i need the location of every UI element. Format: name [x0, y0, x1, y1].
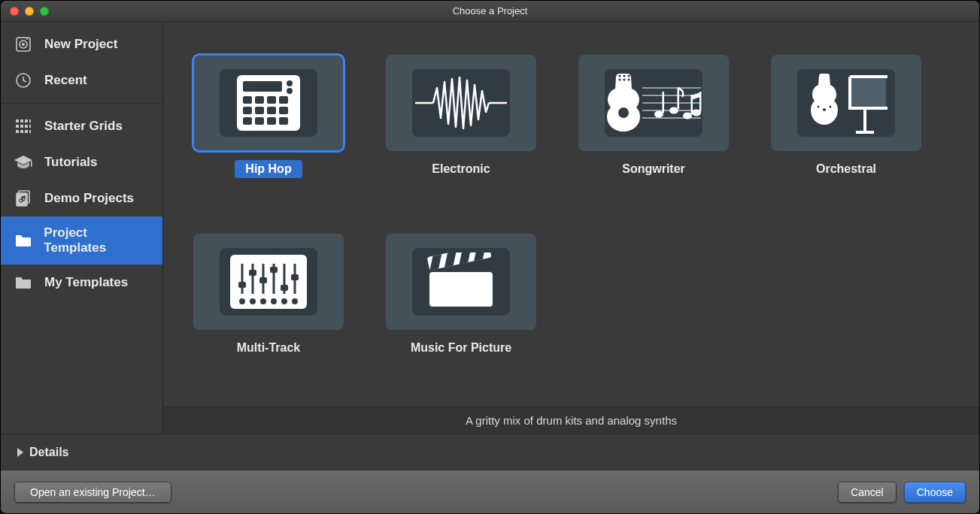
svg-rect-77	[291, 274, 299, 280]
sidebar-item-tutorials[interactable]: Tutorials	[1, 144, 162, 180]
template-description: A gritty mix of drum kits and analog syn…	[163, 407, 979, 434]
documents-music-icon	[13, 189, 34, 207]
svg-rect-5	[16, 119, 19, 122]
svg-rect-26	[267, 96, 276, 104]
svg-rect-44	[678, 88, 680, 109]
svg-rect-34	[267, 117, 276, 125]
svg-point-58	[830, 106, 832, 108]
template-songwriter[interactable]: Songwriter	[578, 55, 729, 213]
svg-point-56	[823, 108, 826, 111]
folder-icon	[13, 231, 33, 249]
svg-point-55	[627, 78, 630, 80]
svg-point-49	[618, 107, 629, 118]
svg-rect-32	[243, 117, 252, 125]
svg-rect-63	[856, 131, 874, 134]
sidebar-item-starter-grids[interactable]: Starter Grids	[1, 108, 162, 144]
template-label: Electronic	[421, 160, 500, 178]
svg-rect-29	[255, 107, 264, 114]
disclosure-triangle-icon	[17, 448, 23, 457]
svg-rect-61	[850, 107, 887, 110]
sidebar-item-demo-projects[interactable]: Demo Projects	[1, 180, 162, 216]
template-label: Hip Hop	[235, 160, 302, 178]
svg-rect-59	[851, 77, 886, 107]
sidebar-item-label: My Templates	[44, 275, 128, 290]
guitar-notes-icon	[605, 69, 702, 137]
template-electronic[interactable]: Electronic	[386, 55, 536, 213]
template-thumb	[386, 55, 536, 151]
sidebar-item-my-templates[interactable]: My Templates	[1, 265, 162, 301]
svg-rect-73	[249, 270, 256, 276]
violin-stand-icon	[797, 69, 895, 137]
svg-rect-84	[429, 272, 493, 307]
svg-rect-30	[267, 107, 276, 114]
template-multi-track[interactable]: Multi-Track	[193, 234, 344, 392]
svg-point-79	[250, 298, 256, 304]
choose-button[interactable]: Choose	[904, 482, 966, 503]
svg-rect-12	[29, 125, 31, 128]
template-thumb	[578, 55, 729, 151]
svg-point-78	[239, 298, 245, 304]
svg-point-81	[271, 298, 277, 304]
svg-point-50	[618, 74, 620, 77]
template-thumb	[771, 55, 921, 151]
template-thumb	[193, 234, 344, 330]
template-music-for-picture[interactable]: Music For Picture	[386, 234, 536, 392]
svg-rect-35	[279, 117, 288, 125]
window-body: New Project Recent	[1, 22, 979, 434]
template-label: Orchestral	[806, 160, 887, 178]
svg-point-80	[260, 298, 266, 304]
svg-rect-60	[850, 75, 887, 78]
svg-rect-28	[243, 107, 252, 114]
svg-rect-7	[25, 119, 28, 122]
svg-rect-21	[243, 81, 282, 92]
svg-point-51	[623, 74, 625, 77]
svg-rect-13	[16, 130, 19, 133]
sidebar-item-recent[interactable]: Recent	[1, 62, 162, 98]
svg-point-22	[287, 80, 293, 86]
svg-rect-72	[238, 282, 246, 288]
sidebar-item-label: Project Templates	[44, 225, 150, 255]
svg-rect-9	[16, 125, 19, 128]
sidebar-item-label: Starter Grids	[44, 119, 123, 134]
svg-rect-24	[243, 96, 252, 104]
svg-point-53	[618, 78, 620, 80]
sidebar-item-project-templates[interactable]: Project Templates	[1, 216, 162, 265]
graduation-cap-icon	[13, 153, 34, 171]
sidebar-item-new-project[interactable]: New Project	[1, 26, 162, 62]
folder-icon	[13, 274, 34, 292]
drum-machine-icon	[220, 69, 317, 137]
sidebar-item-label: Tutorials	[44, 155, 98, 170]
svg-rect-75	[270, 267, 278, 273]
project-chooser-window: Choose a Project New Project	[0, 0, 980, 514]
template-orchestral[interactable]: Orchestral	[771, 55, 921, 213]
svg-point-52	[627, 74, 630, 77]
titlebar: Choose a Project	[1, 1, 979, 22]
template-grid: Hip Hop Electronic	[163, 22, 979, 407]
svg-rect-62	[863, 110, 866, 132]
svg-rect-64	[848, 77, 851, 110]
svg-rect-10	[20, 125, 23, 128]
main-panel: Hip Hop Electronic	[163, 22, 979, 434]
template-hip-hop[interactable]: Hip Hop	[193, 55, 344, 213]
sidebar-item-label: Demo Projects	[44, 191, 134, 206]
template-thumb	[386, 234, 536, 330]
svg-rect-17	[31, 161, 32, 167]
svg-rect-74	[259, 277, 267, 283]
svg-rect-14	[20, 130, 23, 133]
mixer-icon	[220, 248, 317, 316]
svg-rect-42	[663, 92, 665, 113]
svg-rect-11	[25, 125, 28, 128]
svg-rect-31	[279, 107, 288, 114]
open-existing-project-button[interactable]: Open an existing Project…	[14, 482, 171, 503]
details-toggle[interactable]: Details	[1, 434, 979, 470]
details-label: Details	[29, 446, 68, 459]
cancel-button[interactable]: Cancel	[838, 482, 897, 503]
template-label: Songwriter	[611, 160, 696, 178]
svg-point-82	[281, 298, 287, 304]
waveform-icon	[412, 69, 510, 137]
template-thumb	[193, 55, 344, 151]
sidebar: New Project Recent	[1, 22, 163, 434]
template-label: Multi-Track	[226, 339, 311, 357]
window-title: Choose a Project	[1, 5, 979, 17]
bottom-toolbar: Open an existing Project… Cancel Choose	[1, 470, 979, 513]
